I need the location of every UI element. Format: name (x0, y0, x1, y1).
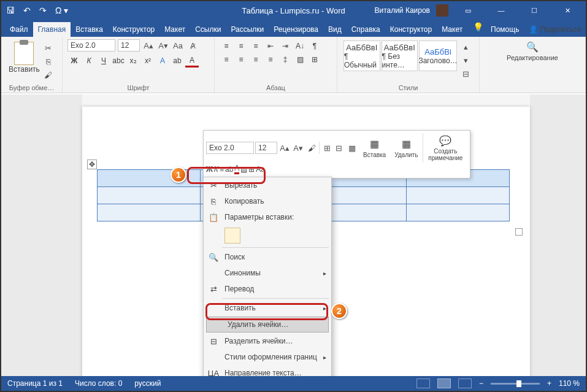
clear-format-icon[interactable]: A̷ (186, 39, 199, 52)
copy-icon[interactable]: ⎘ (42, 55, 55, 67)
mini-insert-button[interactable]: ▦Вставка (359, 137, 389, 159)
change-case-icon[interactable]: Aa (172, 39, 184, 52)
close-button[interactable]: ✕ (554, 2, 581, 19)
bullets-icon[interactable]: ≡ (220, 39, 233, 53)
tab-help[interactable]: Справка (347, 22, 385, 37)
styles-more-icon[interactable]: ⊟ (459, 67, 472, 80)
save-icon[interactable]: 🖫 (6, 6, 15, 15)
share-button[interactable]: 👤 Поделиться (524, 22, 586, 37)
view-print-layout[interactable] (437, 379, 451, 388)
format-painter-icon[interactable]: 🖌 (42, 69, 55, 81)
menu-search[interactable]: 🔍Поиск (204, 249, 331, 265)
cut-icon[interactable]: ✂ (42, 42, 55, 54)
symbol-icon[interactable]: Ω ▾ (55, 6, 68, 15)
shrink-font-icon[interactable]: A▾ (157, 39, 169, 52)
zoom-out-button[interactable]: − (479, 379, 483, 388)
ribbon-options-icon[interactable]: ▭ (455, 2, 481, 19)
font-color-icon[interactable]: A (185, 54, 199, 67)
mini-comment-button[interactable]: 💬Создать примечание (423, 133, 467, 163)
menu-synonyms[interactable]: Синонимы▸ (204, 265, 331, 281)
editing-button[interactable]: 🔍 Редактирование (485, 39, 580, 63)
menu-border-styles[interactable]: Стили оформления границ▸ (204, 349, 331, 365)
highlight-icon[interactable]: ab (171, 54, 184, 67)
mini-format-painter-icon[interactable]: 🖌 (305, 142, 318, 154)
mini-split-icon[interactable]: ⊟ (332, 142, 345, 154)
zoom-in-button[interactable]: + (547, 379, 551, 388)
paste-button[interactable]: Вставить (6, 39, 42, 81)
table-cell[interactable] (98, 204, 201, 221)
view-web-layout[interactable] (458, 379, 472, 388)
indent-icon[interactable]: ⇥ (278, 39, 292, 53)
menu-paste-option[interactable] (204, 225, 331, 246)
shading-icon[interactable]: ▨ (293, 53, 307, 66)
multilevel-icon[interactable]: ≡ (249, 39, 263, 53)
tab-review[interactable]: Рецензирова (269, 22, 323, 37)
style-normal[interactable]: АаБбВвІ¶ Обычный (343, 40, 380, 71)
align-center-icon[interactable]: ≡ (234, 53, 248, 66)
menu-translate[interactable]: ⇄Перевод (204, 281, 331, 297)
show-marks-icon[interactable]: ¶ (308, 39, 321, 53)
sort-icon[interactable]: A↓ (293, 39, 307, 53)
numbering-icon[interactable]: ≡ (234, 39, 248, 53)
styles-down-icon[interactable]: ▾ (459, 54, 472, 66)
tab-file[interactable]: Файл (5, 22, 33, 37)
tab-table-design[interactable]: Конструктор (385, 22, 437, 37)
mini-size-combo[interactable]: 12 (255, 142, 277, 154)
table-cell[interactable] (98, 187, 201, 204)
font-name-combo[interactable]: Exo 2.0 (67, 39, 115, 52)
superscript-button[interactable]: x² (141, 54, 155, 67)
menu-copy[interactable]: ⎘Копировать (204, 193, 331, 209)
tab-design[interactable]: Конструктор (108, 22, 159, 37)
bold-button[interactable]: Ж (67, 54, 81, 67)
font-size-combo[interactable]: 12 (118, 39, 140, 52)
subscript-button[interactable]: x₂ (126, 54, 140, 67)
zoom-slider[interactable] (491, 383, 540, 385)
style-no-spacing[interactable]: АаБбВвІ¶ Без инте… (382, 40, 418, 71)
status-language[interactable]: русский (134, 379, 161, 388)
align-right-icon[interactable]: ≡ (249, 53, 263, 66)
zoom-level[interactable]: 110 % (559, 379, 580, 388)
tab-view[interactable]: Вид (323, 22, 347, 37)
style-heading1[interactable]: АаБбВіЗаголово… (419, 40, 457, 71)
user-name[interactable]: Виталий Каиров (374, 6, 430, 15)
tab-mailings[interactable]: Рассылки (226, 22, 269, 37)
quick-access-toolbar: 🖫 ↶ ↷ Ω ▾ (6, 6, 68, 15)
user-avatar[interactable] (436, 4, 448, 17)
status-words[interactable]: Число слов: 0 (75, 379, 122, 388)
line-spacing-icon[interactable]: ‡ (278, 53, 292, 66)
mini-table-icon[interactable]: ▦ (346, 142, 358, 154)
view-read-mode[interactable] (416, 379, 430, 388)
tab-insert[interactable]: Вставка (71, 22, 108, 37)
mini-delete-button[interactable]: ▦Удалить (391, 137, 421, 159)
italic-button[interactable]: К (82, 54, 96, 67)
status-page[interactable]: Страница 1 из 1 (7, 379, 63, 388)
tab-references[interactable]: Ссылки (190, 22, 226, 37)
mini-shrink-font-icon[interactable]: A▾ (292, 142, 304, 154)
maximize-button[interactable]: ☐ (521, 2, 548, 19)
text-effects-icon[interactable]: A (156, 54, 169, 67)
table-resize-handle[interactable] (515, 228, 523, 236)
underline-button[interactable]: Ч (97, 54, 110, 67)
mini-merge-icon[interactable]: ⊞ (319, 142, 331, 154)
justify-icon[interactable]: ≡ (264, 53, 277, 66)
table-cell[interactable] (407, 204, 510, 221)
borders-icon[interactable]: ⊞ (308, 53, 321, 66)
strike-button[interactable]: abc (112, 54, 125, 67)
grow-font-icon[interactable]: A▴ (142, 39, 155, 52)
undo-icon[interactable]: ↶ (23, 6, 31, 15)
mini-grow-font-icon[interactable]: A▴ (278, 142, 291, 154)
tab-home[interactable]: Главная (33, 22, 71, 37)
table-move-handle[interactable]: ✥ (87, 159, 97, 169)
mini-font-combo[interactable]: Exo 2.0 (206, 142, 254, 154)
table-cell[interactable] (407, 187, 510, 204)
tab-table-layout[interactable]: Макет (437, 22, 467, 37)
menu-split-cells[interactable]: ⊟Разделить ячейки… (204, 333, 331, 349)
minimize-button[interactable]: — (488, 2, 515, 19)
styles-up-icon[interactable]: ▴ (459, 40, 472, 53)
ruler[interactable] (82, 94, 530, 107)
align-left-icon[interactable]: ≡ (220, 53, 233, 66)
tab-layout[interactable]: Макет (159, 22, 190, 37)
redo-icon[interactable]: ↷ (39, 6, 47, 15)
outdent-icon[interactable]: ⇤ (264, 39, 277, 53)
tell-me[interactable]: Помощь (486, 22, 524, 37)
